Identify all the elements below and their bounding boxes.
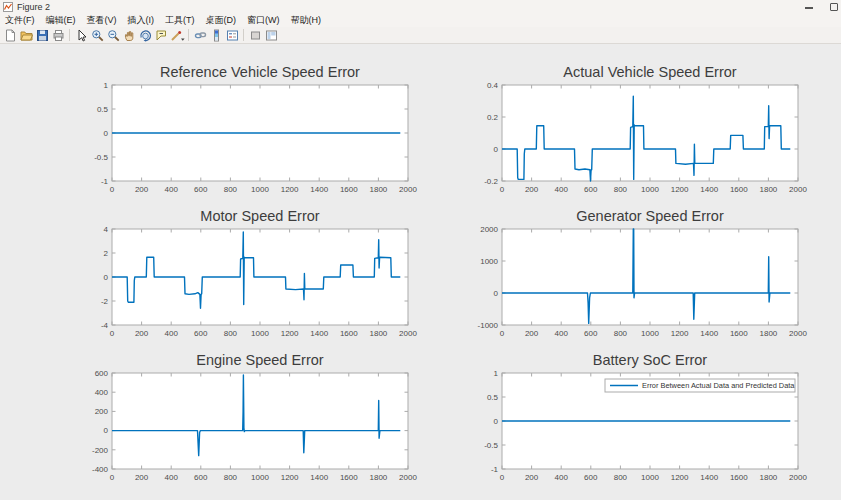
print-figure-button[interactable] (50, 28, 66, 43)
y-tick-label: 1 (494, 369, 499, 378)
zoom-out-button[interactable] (105, 28, 121, 43)
new-document-icon (4, 29, 17, 42)
x-tick-label: 0 (110, 329, 115, 338)
x-tick-label: 200 (135, 473, 149, 482)
chart-actual-vehicle-speed-error[interactable]: 0200400600800100012001400160018002000-0.… (478, 65, 814, 205)
x-tick-label: 600 (584, 329, 598, 338)
x-tick-label: 1200 (281, 329, 299, 338)
insert-colorbar-button[interactable] (208, 28, 224, 43)
x-tick-label: 1200 (281, 185, 299, 194)
x-tick-label: 1800 (760, 473, 778, 482)
y-tick-label: 4 (104, 225, 109, 234)
y-tick-label: 0 (104, 129, 109, 138)
y-tick-label: 0.5 (487, 393, 499, 402)
x-tick-label: 200 (135, 185, 149, 194)
y-tick-label: -0.2 (484, 177, 498, 186)
chart-engine-speed-error[interactable]: 0200400600800100012001400160018002000-40… (88, 353, 424, 493)
x-tick-label: 600 (194, 329, 208, 338)
plot-area (502, 85, 798, 181)
x-tick-label: 1000 (251, 473, 269, 482)
menu-item-window[interactable]: 窗口(W) (247, 14, 280, 27)
x-tick-label: 1400 (310, 329, 328, 338)
rotate-3d-button[interactable] (137, 28, 153, 43)
menu-item-view[interactable]: 查看(V) (87, 14, 117, 27)
x-tick-label: 800 (614, 473, 628, 482)
x-tick-label: 1200 (281, 473, 299, 482)
y-tick-label: 0 (494, 417, 499, 426)
x-tick-label: 2000 (399, 473, 417, 482)
figure-window: Figure 2 文件(F) 编辑(E) 查看(V) 插入(I) 工具(T) 桌… (0, 0, 841, 500)
x-tick-label: 600 (584, 473, 598, 482)
x-tick-label: 800 (614, 185, 628, 194)
colorbar-icon (210, 29, 223, 42)
save-figure-button[interactable] (34, 28, 50, 43)
y-tick-label: -2 (101, 297, 109, 306)
x-tick-label: 0 (500, 329, 505, 338)
y-tick-label: -0.5 (94, 153, 108, 162)
open-file-button[interactable] (18, 28, 34, 43)
x-tick-label: 1200 (671, 473, 689, 482)
link-plot-button[interactable] (192, 28, 208, 43)
hide-plot-tools-icon (249, 29, 262, 42)
zoom-in-icon (91, 29, 104, 42)
hide-plot-tools-button[interactable] (247, 28, 263, 43)
x-tick-label: 1400 (700, 329, 718, 338)
titlebar: Figure 2 (0, 0, 841, 14)
x-tick-label: 1600 (340, 473, 358, 482)
x-tick-label: 1400 (310, 473, 328, 482)
data-cursor-icon (155, 29, 168, 42)
data-cursor-button[interactable] (153, 28, 169, 43)
x-tick-label: 1200 (671, 329, 689, 338)
x-tick-label: 200 (525, 329, 539, 338)
menu-item-insert[interactable]: 插入(I) (128, 14, 155, 27)
open-folder-icon (20, 29, 33, 42)
x-tick-label: 1400 (700, 185, 718, 194)
x-tick-label: 1000 (641, 329, 659, 338)
x-tick-label: 400 (555, 473, 569, 482)
insert-legend-button[interactable] (224, 28, 240, 43)
y-tick-label: -4 (101, 321, 109, 330)
chart-title: Generator Speed Error (576, 208, 724, 224)
menu-item-desktop[interactable]: 桌面(D) (206, 14, 237, 27)
y-tick-label: -400 (92, 465, 109, 474)
x-tick-label: 1000 (641, 185, 659, 194)
new-figure-button[interactable] (2, 28, 18, 43)
x-tick-label: 200 (525, 185, 539, 194)
zoom-in-button[interactable] (89, 28, 105, 43)
edit-plot-button[interactable] (73, 28, 89, 43)
show-plot-tools-button[interactable] (263, 28, 279, 43)
y-tick-label: 2 (104, 249, 109, 258)
x-tick-label: 1800 (370, 329, 388, 338)
hand-icon (123, 29, 136, 42)
chart-generator-speed-error[interactable]: 0200400600800100012001400160018002000-10… (478, 209, 814, 349)
menu-item-help[interactable]: 帮助(H) (291, 14, 322, 27)
chart-motor-speed-error[interactable]: 0200400600800100012001400160018002000-4-… (88, 209, 424, 349)
pan-button[interactable] (121, 28, 137, 43)
x-tick-label: 1000 (251, 185, 269, 194)
y-tick-label: 0 (104, 426, 109, 435)
x-tick-label: 1600 (730, 185, 748, 194)
y-tick-label: 600 (95, 369, 109, 378)
chart-reference-vehicle-speed-error[interactable]: 0200400600800100012001400160018002000-1-… (88, 65, 424, 205)
rotate-3d-icon (139, 29, 152, 42)
printer-icon (52, 29, 65, 42)
x-tick-label: 400 (555, 185, 569, 194)
chart-battery-soc-error[interactable]: 0200400600800100012001400160018002000-1-… (478, 353, 814, 493)
brush-data-button[interactable] (169, 28, 185, 43)
y-tick-label: 0.4 (487, 81, 499, 90)
brush-icon (170, 29, 185, 42)
menu-item-file[interactable]: 文件(F) (5, 14, 35, 27)
x-tick-label: 1800 (760, 329, 778, 338)
x-tick-label: 0 (500, 473, 505, 482)
menu-item-edit[interactable]: 编辑(E) (46, 14, 76, 27)
x-tick-label: 1000 (251, 329, 269, 338)
figure-toolbar (0, 27, 841, 44)
maximize-button[interactable] (830, 3, 838, 11)
y-tick-label: -0.5 (484, 441, 498, 450)
chart-title: Battery SoC Error (593, 352, 708, 368)
y-tick-label: 0 (494, 289, 499, 298)
y-tick-label: -1 (101, 177, 109, 186)
minimize-button[interactable] (805, 7, 813, 9)
y-tick-label: 200 (95, 407, 109, 416)
menu-item-tools[interactable]: 工具(T) (165, 14, 195, 27)
